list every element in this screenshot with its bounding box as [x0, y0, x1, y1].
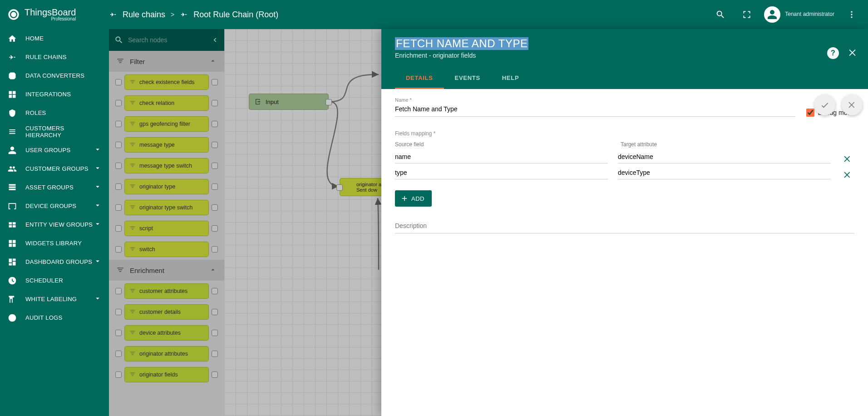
chevron-down-icon: [94, 164, 102, 173]
source-field-input[interactable]: [395, 150, 608, 163]
sidebar-item-integrations[interactable]: INTEGRATIONS: [0, 85, 109, 104]
source-field-header: Source field: [395, 141, 611, 148]
integrations-icon: [7, 89, 17, 99]
name-label: Name *: [395, 97, 795, 103]
sidebar-item-audit-logs[interactable]: AUDIT LOGS: [0, 308, 109, 327]
brand-edition: Professional: [25, 17, 76, 21]
sidebar-item-entity-view-groups[interactable]: ENTITY VIEW GROUPS: [0, 215, 109, 234]
dashboard-icon: [7, 257, 17, 267]
panel-title: FETCH NAME AND TYPE: [395, 37, 528, 50]
svg-point-2: [851, 16, 852, 18]
panel-body: Name * Debug mode Fields mapping * Sourc…: [381, 89, 868, 416]
sidebar-item-label: SCHEDULER: [25, 277, 63, 284]
brand-name: ThingsBoard: [25, 8, 76, 17]
sidebar-item-label: INTEGRATIONS: [25, 91, 71, 98]
chevron-down-icon: [94, 145, 102, 155]
brand[interactable]: ThingsBoard Professional: [0, 0, 109, 29]
sidebar-item-device-groups[interactable]: DEVICE GROUPS: [0, 197, 109, 215]
rule-chain-icon: [109, 10, 117, 19]
plus-icon: [400, 194, 409, 203]
sidebar-item-data-converters[interactable]: DATA CONVERTERS: [0, 66, 109, 85]
sidebar-item-white-labeling[interactable]: WHITE LABELING: [0, 290, 109, 308]
panel-subtitle: Enrichment - originator fields: [395, 52, 854, 59]
target-attribute-input[interactable]: [618, 150, 831, 163]
sidebar-item-label: ENTITY VIEW GROUPS: [25, 221, 93, 228]
sidebar-item-user-groups[interactable]: USER GROUPS: [0, 141, 109, 159]
mapping-row: [395, 150, 854, 163]
remove-mapping-button[interactable]: [841, 170, 854, 179]
breadcrumb-parent[interactable]: Rule chains: [123, 10, 165, 20]
tab-help[interactable]: HELP: [491, 68, 530, 89]
help-button[interactable]: ?: [827, 47, 839, 59]
asset-icon: [7, 183, 17, 193]
fullscreen-button[interactable]: [738, 5, 756, 24]
target-attribute-input[interactable]: [618, 166, 831, 179]
sidebar-item-label: HOME: [25, 35, 44, 42]
add-mapping-button[interactable]: ADD: [395, 190, 432, 207]
brand-logo-icon: [7, 8, 20, 21]
more-menu-button[interactable]: [843, 5, 861, 24]
audit-icon: [7, 313, 17, 323]
source-field-input[interactable]: [395, 166, 608, 179]
fields-mapping-label: Fields mapping *: [395, 130, 854, 137]
breadcrumb-current[interactable]: Root Rule Chain (Root): [193, 10, 278, 20]
user-role: Tenant administrator: [785, 11, 834, 17]
sidebar-item-label: USER GROUPS: [25, 147, 70, 154]
topbar: ThingsBoard Professional Rule chains > R…: [0, 0, 868, 29]
chevron-down-icon: [94, 183, 102, 192]
customer-icon: [7, 164, 17, 174]
node-details-panel: FETCH NAME AND TYPE Enrichment - origina…: [381, 29, 868, 416]
apply-button[interactable]: [814, 94, 835, 115]
sidebar-item-customers-hierarchy[interactable]: CUSTOMERS HIERARCHY: [0, 122, 109, 141]
mapping-row: [395, 166, 854, 179]
sidebar-item-label: RULE CHAINS: [25, 54, 67, 60]
sidebar-item-label: CUSTOMERS HIERARCHY: [25, 125, 102, 139]
user-menu[interactable]: Tenant administrator: [764, 6, 834, 23]
chevron-down-icon: [94, 201, 102, 211]
sidebar-item-home[interactable]: HOME: [0, 29, 109, 48]
name-input[interactable]: [395, 103, 795, 117]
sidebar-item-scheduler[interactable]: SCHEDULER: [0, 271, 109, 290]
sidebar-item-label: CUSTOMER GROUPS: [25, 165, 89, 172]
home-icon: [7, 34, 17, 44]
sidebar-item-asset-groups[interactable]: ASSET GROUPS: [0, 178, 109, 197]
sidebar-item-dashboard-groups[interactable]: DASHBOARD GROUPS: [0, 253, 109, 271]
search-button[interactable]: [711, 5, 730, 24]
chevron-down-icon: [94, 220, 102, 229]
target-attribute-header: Target attribute: [621, 141, 836, 148]
add-label: ADD: [411, 195, 424, 202]
breadcrumb: Rule chains > Root Rule Chain (Root): [109, 10, 278, 20]
close-panel-button[interactable]: [847, 48, 857, 59]
sidebar-item-customer-groups[interactable]: CUSTOMER GROUPS: [0, 159, 109, 178]
panel-tabs: DETAILS EVENTS HELP: [395, 68, 854, 89]
sidebar-item-label: DEVICE GROUPS: [25, 203, 76, 209]
widgets-icon: [7, 238, 17, 248]
chevron-down-icon: [94, 257, 102, 267]
debug-checkbox[interactable]: [806, 109, 814, 117]
sidebar-item-label: AUDIT LOGS: [25, 314, 63, 321]
convert-icon: [7, 71, 17, 81]
roles-icon: [7, 108, 17, 118]
chevron-down-icon: [94, 294, 102, 304]
tab-events[interactable]: EVENTS: [444, 68, 491, 89]
sidebar-item-label: ASSET GROUPS: [25, 184, 74, 191]
panel-header: FETCH NAME AND TYPE Enrichment - origina…: [381, 29, 868, 89]
svg-point-1: [851, 14, 852, 15]
avatar-icon: [764, 6, 780, 23]
entity-icon: [7, 220, 17, 230]
sidebar-item-rule-chains[interactable]: RULE CHAINS: [0, 48, 109, 66]
remove-mapping-button[interactable]: [841, 154, 854, 163]
user-icon: [7, 145, 17, 155]
sidebar-item-widgets-library[interactable]: WIDGETS LIBRARY: [0, 234, 109, 253]
tab-details[interactable]: DETAILS: [395, 68, 444, 89]
cancel-edit-button[interactable]: [842, 94, 863, 115]
svg-point-0: [851, 11, 852, 13]
sidebar-item-label: DATA CONVERTERS: [25, 72, 84, 79]
scheduler-icon: [7, 276, 17, 286]
description-input[interactable]: [395, 219, 854, 233]
rule-chain-icon: [180, 10, 188, 19]
breadcrumb-separator: >: [171, 11, 174, 18]
sidebar-item-roles[interactable]: ROLES: [0, 104, 109, 122]
sidebar-item-label: WHITE LABELING: [25, 296, 77, 302]
sidebar-item-label: DASHBOARD GROUPS: [25, 258, 92, 265]
